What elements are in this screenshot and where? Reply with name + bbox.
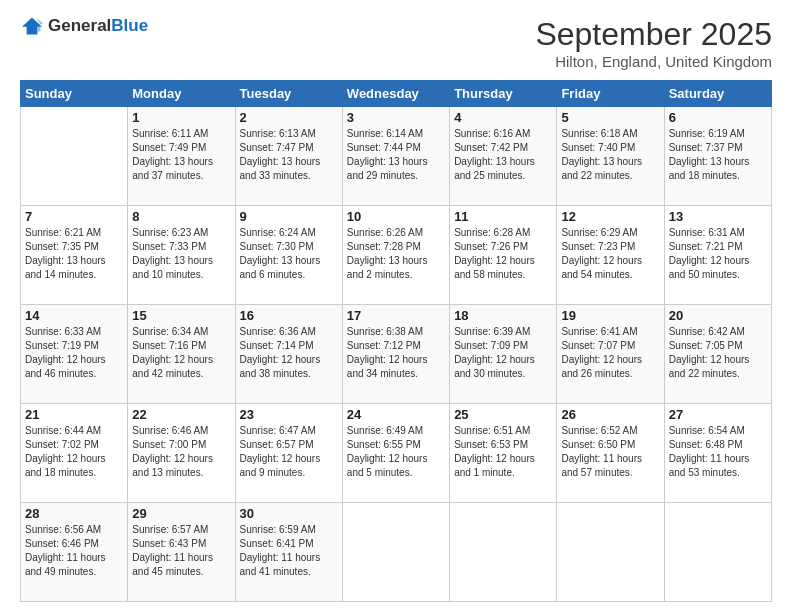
day-info: Sunrise: 6:39 AM Sunset: 7:09 PM Dayligh…	[454, 325, 552, 381]
weekday-header-saturday: Saturday	[664, 81, 771, 107]
calendar-cell: 6Sunrise: 6:19 AM Sunset: 7:37 PM Daylig…	[664, 107, 771, 206]
calendar: SundayMondayTuesdayWednesdayThursdayFrid…	[20, 80, 772, 602]
day-number: 27	[669, 407, 767, 422]
weekday-header-tuesday: Tuesday	[235, 81, 342, 107]
weekday-header-friday: Friday	[557, 81, 664, 107]
day-info: Sunrise: 6:26 AM Sunset: 7:28 PM Dayligh…	[347, 226, 445, 282]
calendar-cell: 8Sunrise: 6:23 AM Sunset: 7:33 PM Daylig…	[128, 206, 235, 305]
calendar-cell: 2Sunrise: 6:13 AM Sunset: 7:47 PM Daylig…	[235, 107, 342, 206]
calendar-cell: 18Sunrise: 6:39 AM Sunset: 7:09 PM Dayli…	[450, 305, 557, 404]
day-number: 21	[25, 407, 123, 422]
calendar-cell: 22Sunrise: 6:46 AM Sunset: 7:00 PM Dayli…	[128, 404, 235, 503]
day-info: Sunrise: 6:23 AM Sunset: 7:33 PM Dayligh…	[132, 226, 230, 282]
day-number: 6	[669, 110, 767, 125]
day-number: 28	[25, 506, 123, 521]
day-number: 19	[561, 308, 659, 323]
calendar-cell: 19Sunrise: 6:41 AM Sunset: 7:07 PM Dayli…	[557, 305, 664, 404]
weekday-header-sunday: Sunday	[21, 81, 128, 107]
calendar-cell: 16Sunrise: 6:36 AM Sunset: 7:14 PM Dayli…	[235, 305, 342, 404]
day-number: 18	[454, 308, 552, 323]
calendar-cell: 3Sunrise: 6:14 AM Sunset: 7:44 PM Daylig…	[342, 107, 449, 206]
day-number: 10	[347, 209, 445, 224]
calendar-cell	[664, 503, 771, 602]
week-row-3: 14Sunrise: 6:33 AM Sunset: 7:19 PM Dayli…	[21, 305, 772, 404]
calendar-cell: 10Sunrise: 6:26 AM Sunset: 7:28 PM Dayli…	[342, 206, 449, 305]
day-number: 24	[347, 407, 445, 422]
calendar-cell: 25Sunrise: 6:51 AM Sunset: 6:53 PM Dayli…	[450, 404, 557, 503]
day-number: 30	[240, 506, 338, 521]
day-number: 12	[561, 209, 659, 224]
logo-general: General	[48, 16, 111, 35]
day-number: 7	[25, 209, 123, 224]
week-row-4: 21Sunrise: 6:44 AM Sunset: 7:02 PM Dayli…	[21, 404, 772, 503]
day-info: Sunrise: 6:11 AM Sunset: 7:49 PM Dayligh…	[132, 127, 230, 183]
day-number: 1	[132, 110, 230, 125]
day-info: Sunrise: 6:36 AM Sunset: 7:14 PM Dayligh…	[240, 325, 338, 381]
day-info: Sunrise: 6:14 AM Sunset: 7:44 PM Dayligh…	[347, 127, 445, 183]
day-number: 14	[25, 308, 123, 323]
day-number: 22	[132, 407, 230, 422]
day-number: 11	[454, 209, 552, 224]
day-number: 17	[347, 308, 445, 323]
calendar-cell: 29Sunrise: 6:57 AM Sunset: 6:43 PM Dayli…	[128, 503, 235, 602]
day-number: 5	[561, 110, 659, 125]
day-info: Sunrise: 6:28 AM Sunset: 7:26 PM Dayligh…	[454, 226, 552, 282]
day-number: 4	[454, 110, 552, 125]
calendar-cell: 12Sunrise: 6:29 AM Sunset: 7:23 PM Dayli…	[557, 206, 664, 305]
day-info: Sunrise: 6:38 AM Sunset: 7:12 PM Dayligh…	[347, 325, 445, 381]
day-info: Sunrise: 6:34 AM Sunset: 7:16 PM Dayligh…	[132, 325, 230, 381]
day-number: 2	[240, 110, 338, 125]
calendar-cell	[450, 503, 557, 602]
week-row-5: 28Sunrise: 6:56 AM Sunset: 6:46 PM Dayli…	[21, 503, 772, 602]
calendar-cell: 1Sunrise: 6:11 AM Sunset: 7:49 PM Daylig…	[128, 107, 235, 206]
calendar-cell: 17Sunrise: 6:38 AM Sunset: 7:12 PM Dayli…	[342, 305, 449, 404]
day-number: 9	[240, 209, 338, 224]
header: GeneralBlue September 2025 Hilton, Engla…	[20, 16, 772, 70]
calendar-cell: 26Sunrise: 6:52 AM Sunset: 6:50 PM Dayli…	[557, 404, 664, 503]
month-title: September 2025	[535, 16, 772, 53]
calendar-cell: 20Sunrise: 6:42 AM Sunset: 7:05 PM Dayli…	[664, 305, 771, 404]
calendar-cell: 4Sunrise: 6:16 AM Sunset: 7:42 PM Daylig…	[450, 107, 557, 206]
day-number: 8	[132, 209, 230, 224]
calendar-cell: 11Sunrise: 6:28 AM Sunset: 7:26 PM Dayli…	[450, 206, 557, 305]
day-info: Sunrise: 6:16 AM Sunset: 7:42 PM Dayligh…	[454, 127, 552, 183]
day-info: Sunrise: 6:42 AM Sunset: 7:05 PM Dayligh…	[669, 325, 767, 381]
day-info: Sunrise: 6:56 AM Sunset: 6:46 PM Dayligh…	[25, 523, 123, 579]
calendar-cell: 7Sunrise: 6:21 AM Sunset: 7:35 PM Daylig…	[21, 206, 128, 305]
day-info: Sunrise: 6:19 AM Sunset: 7:37 PM Dayligh…	[669, 127, 767, 183]
day-info: Sunrise: 6:51 AM Sunset: 6:53 PM Dayligh…	[454, 424, 552, 480]
weekday-header-monday: Monday	[128, 81, 235, 107]
day-info: Sunrise: 6:13 AM Sunset: 7:47 PM Dayligh…	[240, 127, 338, 183]
day-info: Sunrise: 6:41 AM Sunset: 7:07 PM Dayligh…	[561, 325, 659, 381]
calendar-cell: 5Sunrise: 6:18 AM Sunset: 7:40 PM Daylig…	[557, 107, 664, 206]
calendar-cell: 14Sunrise: 6:33 AM Sunset: 7:19 PM Dayli…	[21, 305, 128, 404]
day-info: Sunrise: 6:24 AM Sunset: 7:30 PM Dayligh…	[240, 226, 338, 282]
day-info: Sunrise: 6:57 AM Sunset: 6:43 PM Dayligh…	[132, 523, 230, 579]
day-info: Sunrise: 6:18 AM Sunset: 7:40 PM Dayligh…	[561, 127, 659, 183]
day-info: Sunrise: 6:44 AM Sunset: 7:02 PM Dayligh…	[25, 424, 123, 480]
day-info: Sunrise: 6:29 AM Sunset: 7:23 PM Dayligh…	[561, 226, 659, 282]
calendar-cell: 30Sunrise: 6:59 AM Sunset: 6:41 PM Dayli…	[235, 503, 342, 602]
weekday-header-wednesday: Wednesday	[342, 81, 449, 107]
day-info: Sunrise: 6:21 AM Sunset: 7:35 PM Dayligh…	[25, 226, 123, 282]
calendar-cell: 21Sunrise: 6:44 AM Sunset: 7:02 PM Dayli…	[21, 404, 128, 503]
logo-icon	[20, 16, 44, 36]
calendar-cell	[21, 107, 128, 206]
calendar-cell: 24Sunrise: 6:49 AM Sunset: 6:55 PM Dayli…	[342, 404, 449, 503]
day-number: 20	[669, 308, 767, 323]
calendar-cell: 23Sunrise: 6:47 AM Sunset: 6:57 PM Dayli…	[235, 404, 342, 503]
day-info: Sunrise: 6:54 AM Sunset: 6:48 PM Dayligh…	[669, 424, 767, 480]
day-number: 16	[240, 308, 338, 323]
day-number: 15	[132, 308, 230, 323]
calendar-cell: 9Sunrise: 6:24 AM Sunset: 7:30 PM Daylig…	[235, 206, 342, 305]
day-info: Sunrise: 6:33 AM Sunset: 7:19 PM Dayligh…	[25, 325, 123, 381]
day-info: Sunrise: 6:52 AM Sunset: 6:50 PM Dayligh…	[561, 424, 659, 480]
logo-blue: Blue	[111, 16, 148, 35]
day-number: 29	[132, 506, 230, 521]
title-block: September 2025 Hilton, England, United K…	[535, 16, 772, 70]
day-info: Sunrise: 6:49 AM Sunset: 6:55 PM Dayligh…	[347, 424, 445, 480]
location: Hilton, England, United Kingdom	[535, 53, 772, 70]
calendar-cell: 28Sunrise: 6:56 AM Sunset: 6:46 PM Dayli…	[21, 503, 128, 602]
logo-text: GeneralBlue	[48, 17, 148, 36]
calendar-cell	[342, 503, 449, 602]
